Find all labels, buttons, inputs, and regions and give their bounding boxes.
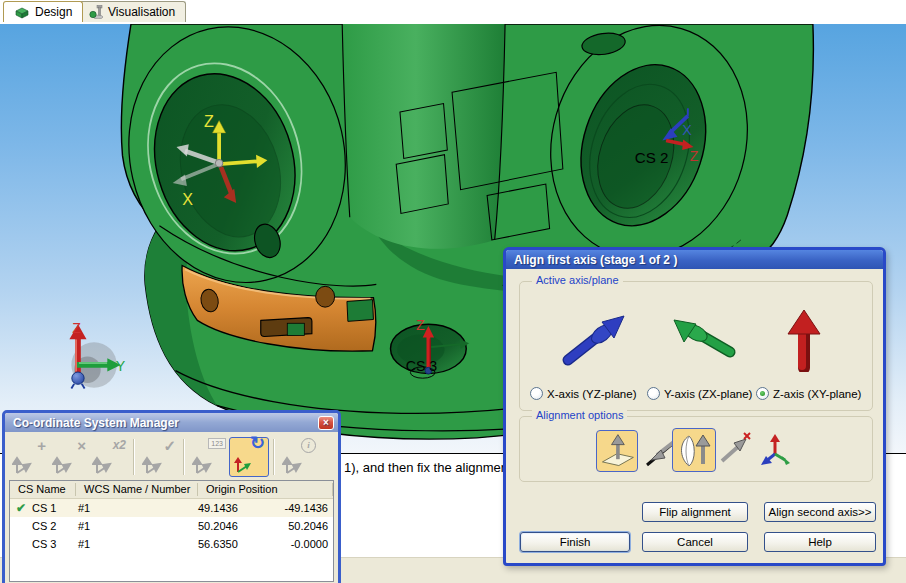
align-titlebar[interactable]: Align first axis (stage 1 of 2 ) (506, 250, 883, 269)
radio-z-axis[interactable]: Z-axis (XY-plane) (756, 387, 861, 400)
plane-arrow-icon (597, 432, 637, 470)
active-check-icon: ✔ (10, 501, 32, 515)
cs-name: CS 2 (32, 520, 78, 532)
alignment-options-group: Alignment options (519, 416, 873, 482)
activate-cs-button[interactable]: ✓ (139, 437, 179, 477)
wcs-name: #1 (78, 502, 198, 514)
tab-bar: Design Visualisation (0, 0, 906, 24)
axes-glyph (282, 455, 304, 475)
csm-title: Co-ordinate System Manager (13, 416, 318, 430)
header-wcs-name[interactable]: WCS Name / Number (76, 483, 198, 496)
origin-y: 50.2046 (276, 520, 333, 532)
active-axis-group-label: Active axis/plane (532, 274, 623, 286)
vector-arrow-icon (718, 431, 752, 467)
origin-x: 50.2046 (198, 520, 276, 532)
finish-button[interactable]: Finish (520, 532, 630, 552)
cs3-z-label: Z (416, 317, 425, 333)
coordinate-system-manager-dialog: Co-ordinate System Manager × + × x2 ✓ (2, 410, 341, 583)
tab-design[interactable]: Design (3, 1, 83, 22)
align-first-axis-dialog: Align first axis (stage 1 of 2 ) Active … (503, 247, 886, 566)
cs3-label: CS 3 (406, 358, 438, 374)
visualisation-icon (89, 5, 103, 19)
cs2-label: CS 2 (635, 149, 669, 166)
radio-label[interactable]: Y-axis (ZX-plane) (664, 388, 752, 400)
flip-alignment-button[interactable]: Flip alignment (642, 502, 748, 522)
cs-properties-button[interactable]: i (279, 437, 319, 477)
info-icon: i (301, 438, 316, 453)
x-axis-arrow-icon (558, 308, 636, 370)
world-y-label: Y (116, 358, 126, 374)
radio-circle-selected[interactable] (756, 387, 769, 400)
toolbar-separator (183, 439, 185, 475)
align-to-axes-button[interactable] (758, 432, 792, 468)
axes-glyph (142, 455, 164, 475)
delete-icon: × (77, 438, 86, 453)
radio-circle[interactable] (647, 387, 660, 400)
z-axis-arrow-icon (782, 308, 830, 372)
world-z-label: Z (72, 320, 81, 336)
reorient-cs-button[interactable]: ↻ (229, 437, 269, 477)
alignment-options-group-label: Alignment options (532, 409, 627, 421)
toolbar-separator (273, 439, 275, 475)
radio-y-axis[interactable]: Y-axis (ZX-plane) (647, 387, 752, 400)
rotate-icon: ↻ (250, 436, 265, 451)
axes-triad-icon (758, 432, 792, 468)
axes-glyph (192, 455, 214, 475)
cs-table-header: CS Name WCS Name / Number Origin Positio… (10, 481, 333, 499)
plus-icon: + (37, 438, 46, 453)
radio-label[interactable]: Z-axis (XY-plane) (773, 388, 861, 400)
help-button[interactable]: Help (764, 532, 876, 552)
radio-circle[interactable] (530, 387, 543, 400)
design-cube-icon (14, 6, 30, 19)
origin-y: -0.0000 (276, 538, 333, 550)
cs1-z-label: Z (204, 112, 214, 130)
delete-cs-button[interactable]: × (49, 437, 89, 477)
tab-visualisation-label: Visualisation (108, 5, 175, 19)
copy-cs-button[interactable]: x2 (89, 437, 129, 477)
table-row-cs3[interactable]: CS 3 #1 56.6350 -0.0000 (10, 535, 333, 553)
csm-titlebar[interactable]: Co-ordinate System Manager × (5, 413, 338, 432)
origin-x: 49.1436 (198, 502, 276, 514)
cs2-x-label: X (682, 122, 692, 138)
tab-design-label: Design (35, 5, 72, 19)
radio-label[interactable]: X-axis (YZ-plane) (547, 388, 636, 400)
cs1-x-label: X (182, 190, 193, 208)
surface-arrow-icon (674, 430, 714, 470)
duplicate-icon: x2 (113, 438, 126, 453)
app-window: Design Visualisation (0, 0, 906, 583)
axes-glyph-colored (233, 454, 255, 474)
cs2-z-label: Z (690, 148, 699, 164)
wcs-name: #1 (78, 520, 198, 532)
radio-x-axis[interactable]: X-axis (YZ-plane) (530, 387, 636, 400)
check-icon: ✓ (163, 438, 176, 453)
align-to-plane-button[interactable] (596, 430, 638, 472)
axes-glyph (92, 455, 114, 475)
header-cs-name[interactable]: CS Name (10, 483, 76, 496)
origin-y: -49.1436 (276, 502, 333, 514)
cs-name: CS 3 (32, 538, 78, 550)
axes-glyph (12, 455, 34, 475)
wcs-name: #1 (78, 538, 198, 550)
close-icon[interactable]: × (318, 416, 334, 430)
world-axes-triad: Z Y (69, 320, 125, 389)
cs-name: CS 1 (32, 502, 78, 514)
table-row-cs1[interactable]: ✔ CS 1 #1 49.1436 -49.1436 (10, 499, 333, 517)
cs-table-button[interactable]: 123 (189, 437, 229, 477)
table-row-cs2[interactable]: CS 2 #1 50.2046 50.2046 (10, 517, 333, 535)
prompt-text: 1), and then fix the alignmen (344, 460, 508, 475)
header-origin-position[interactable]: Origin Position (198, 483, 333, 496)
align-to-surface-button[interactable] (672, 428, 716, 472)
create-cs-button[interactable]: + (9, 437, 49, 477)
number-list-icon: 123 (208, 438, 226, 449)
align-title: Align first axis (stage 1 of 2 ) (514, 253, 677, 267)
y-axis-arrow-icon (666, 308, 744, 370)
align-second-axis-button[interactable]: Align second axis>> (764, 502, 876, 522)
axes-glyph (52, 455, 74, 475)
active-axis-group: Active axis/plane X-axis (YZ-plan (519, 281, 873, 411)
tab-visualisation[interactable]: Visualisation (78, 1, 186, 22)
cancel-button[interactable]: Cancel (642, 532, 748, 552)
cs-table: CS Name WCS Name / Number Origin Positio… (9, 480, 334, 582)
align-to-vector-button[interactable] (718, 431, 752, 467)
csm-toolbar: + × x2 ✓ 123 ↻ (5, 432, 338, 479)
toolbar-separator (133, 439, 135, 475)
